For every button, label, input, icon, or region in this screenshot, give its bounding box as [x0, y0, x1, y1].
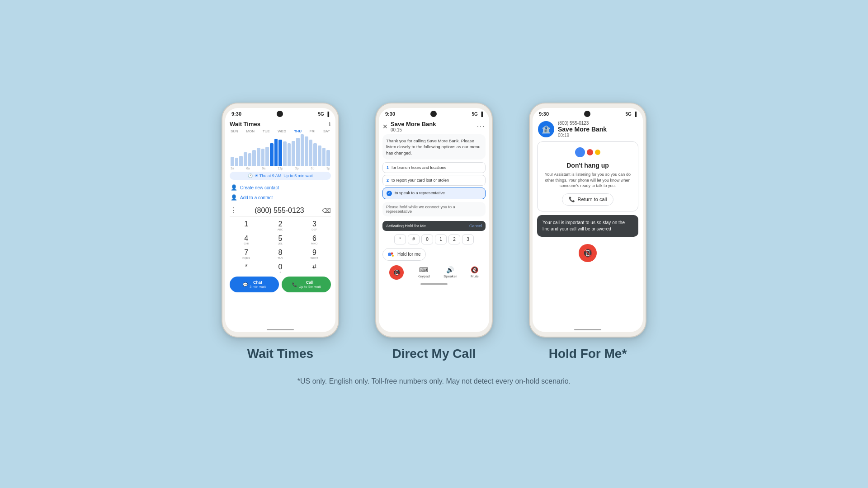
time-labels: 3a 6a 9a 12p 3p 6p 9p: [230, 167, 331, 170]
key-7[interactable]: 7PQRS: [230, 247, 263, 261]
wait-text: ☀ Thu at 9 AM: Up to 5 min wait: [255, 174, 312, 178]
p1-links: 👤 Create new contact 👤 Add to a contact: [230, 183, 331, 202]
cancel-label[interactable]: Cancel: [469, 224, 482, 228]
chart-bar-17: [305, 136, 308, 166]
label-hold-for-me: Hold For Me*: [549, 347, 627, 361]
nav-bar-3: [574, 329, 601, 330]
p1-dialer: ⋮ (800) 555-0123 ⌫: [230, 204, 331, 217]
status-bar-2: 9:30 5G ▐: [379, 108, 489, 118]
network-3: 5G: [626, 112, 632, 117]
key-*[interactable]: *: [230, 262, 263, 275]
key-8[interactable]: 8TUV: [264, 247, 297, 261]
day-thu: THU: [294, 129, 301, 133]
chart-bar-2: [239, 156, 243, 166]
end-call-btn-2[interactable]: 📵: [389, 265, 404, 280]
time-2: 9:30: [385, 111, 395, 117]
key-2[interactable]: 2ABC: [264, 219, 297, 232]
dialpad-0[interactable]: 0: [421, 235, 433, 244]
backspace-icon[interactable]: ⌫: [322, 207, 331, 214]
day-mon: MON: [246, 129, 255, 133]
call-button[interactable]: 📞 Call Up to 5m wait: [282, 277, 331, 292]
mute-ctrl-icon: 🔇: [471, 266, 478, 273]
chart-bar-22: [326, 150, 330, 166]
p1-days: SUN MON TUE WED THU FRI SAT: [230, 129, 331, 133]
dialpad-star[interactable]: *: [394, 235, 406, 244]
phone-screen-3: 9:30 5G ▐ 🏦 (800) 555-0123 Save More Ban…: [533, 108, 643, 332]
add-contact-label: Add to a contact: [240, 195, 273, 200]
chart-bar-4: [248, 153, 252, 166]
keypad-ctrl-icon: ⌨: [419, 266, 428, 273]
hold-for-me-btn[interactable]: Hold for me: [382, 248, 426, 261]
create-contact-link[interactable]: 👤 Create new contact: [230, 183, 331, 192]
assistant-icon-2: [387, 251, 395, 258]
status-bar-3: 9:30 5G ▐: [533, 108, 643, 118]
p3-call-time: 00:19: [558, 133, 607, 138]
key-#[interactable]: #: [298, 262, 331, 275]
status-bar-1: 9:30 5G ▐: [225, 108, 335, 118]
key-letters-9: WXYZ: [311, 257, 318, 259]
key-3[interactable]: 3DEF: [298, 219, 331, 232]
add-contact-link[interactable]: 👤 Add to a contact: [230, 192, 331, 202]
dialpad-2[interactable]: 2: [448, 235, 460, 244]
clock-icon: 🕐: [248, 174, 253, 178]
dialpad-1[interactable]: 1: [435, 235, 447, 244]
speaker-ctrl-icon: 🔊: [446, 266, 454, 273]
key-0[interactable]: 0+: [264, 262, 297, 275]
key-letters-5: JKL: [278, 242, 283, 245]
bank-icon-3: 🏦: [538, 121, 554, 137]
dialpad-3[interactable]: 3: [462, 235, 474, 244]
p2-header: ✕ Save More Bank 00:15 ···: [379, 118, 489, 134]
phone-number-display: (800) 555-0123: [240, 206, 319, 215]
key-num-4: 4: [244, 235, 248, 243]
phone-icon-return: 📞: [569, 197, 575, 202]
opt-check-3: ✓: [387, 191, 392, 196]
chat-icon: 💬: [243, 282, 248, 287]
mute-ctrl-btn[interactable]: 🔇 Mute: [471, 266, 479, 278]
key-letters-6: MNO: [311, 242, 317, 245]
p2-activating-bar: Activating Hold for Me... Cancel: [382, 221, 486, 231]
p2-bank-name: Save More Bank: [391, 121, 474, 127]
wait-badge: 🕐 ☀ Thu at 9 AM: Up to 5 min wait: [230, 172, 331, 180]
p2-transcript: Thank you for calling Save More Bank. Pl…: [382, 134, 486, 160]
end-call-btn-3[interactable]: 📵: [579, 244, 597, 262]
chat-button[interactable]: 💬 Chat 3 min wait: [230, 277, 279, 292]
signal-3: 5G ▐: [626, 112, 637, 117]
speaker-ctrl-label: Speaker: [443, 274, 457, 278]
option-2[interactable]: 2 to report your card lost or stolen: [382, 175, 486, 186]
chart-bar-0: [231, 157, 234, 166]
p2-bottom-controls: 📵 ⌨ Keypad 🔊 Speaker 🔇 Mute: [379, 263, 489, 282]
key-4[interactable]: 4GHI: [230, 233, 263, 247]
key-6[interactable]: 6MNO: [298, 233, 331, 247]
speaker-ctrl-btn[interactable]: 🔊 Speaker: [443, 266, 457, 278]
close-icon-2[interactable]: ✕: [382, 123, 388, 130]
mute-ctrl-label: Mute: [471, 274, 479, 278]
dialpad-hash[interactable]: #: [408, 235, 420, 244]
key-9[interactable]: 9WXYZ: [298, 247, 331, 261]
opt-num-1: 1: [387, 165, 389, 170]
option-3-selected[interactable]: ✓ to speak to a representative: [382, 188, 486, 199]
phone-screen-2: 9:30 5G ▐ ✕ Save More Bank 00:15 ··· Tha…: [379, 108, 489, 332]
disclaimer: *US only. English only. Toll-free number…: [297, 377, 571, 385]
return-to-call-btn[interactable]: 📞 Return to call: [562, 193, 614, 206]
key-1[interactable]: 1: [230, 219, 263, 232]
key-num-3: 3: [312, 220, 316, 228]
p3-phone-num: (800) 555-0123: [558, 121, 607, 126]
keypad-ctrl-btn[interactable]: ⌨ Keypad: [417, 266, 429, 278]
call-icon: 📞: [292, 282, 297, 287]
key-num-2: 2: [278, 220, 283, 228]
p3-caller-info: 🏦 (800) 555-0123 Save More Bank 00:19: [533, 118, 643, 141]
p1-content: Wait Times ℹ SUN MON TUE WED THU FRI SAT: [225, 118, 335, 327]
key-5[interactable]: 5JKL: [264, 233, 297, 247]
phone-section-hold-for-me: 9:30 5G ▐ 🏦 (800) 555-0123 Save More Ban…: [529, 103, 646, 361]
info-icon-1[interactable]: ℹ: [329, 121, 331, 127]
more-icon-2[interactable]: ···: [477, 122, 486, 131]
chart-bar-10: [274, 139, 278, 166]
call-label: Call: [299, 280, 321, 285]
day-tue: TUE: [263, 129, 270, 133]
p3-bank-details: (800) 555-0123 Save More Bank 00:19: [558, 121, 607, 138]
phone-section-wait-times: 9:30 5G ▐ Wait Times ℹ SUN MON: [222, 103, 339, 361]
key-num-7: 7: [244, 249, 248, 257]
time-3: 9:30: [539, 111, 549, 117]
chart-bar-1: [235, 158, 239, 166]
option-1[interactable]: 1 for branch hours and locations: [382, 162, 486, 173]
